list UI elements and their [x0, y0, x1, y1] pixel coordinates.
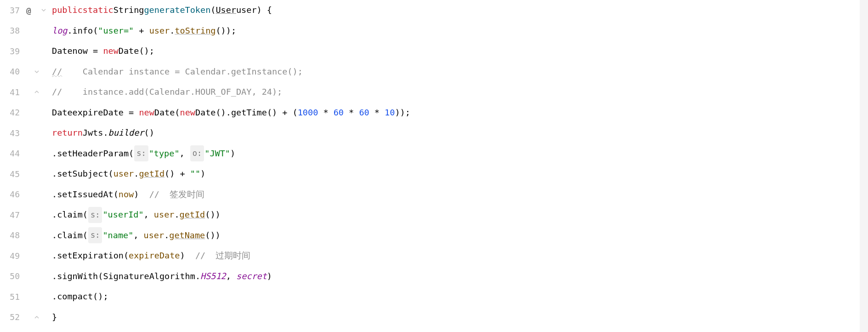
fold-up-icon[interactable]: [34, 89, 40, 95]
method-signwith: signWith: [57, 268, 98, 285]
method-name: generateToken: [144, 2, 210, 18]
line-number: 40: [0, 63, 25, 80]
mid: () +: [165, 166, 190, 182]
code-line-40[interactable]: // Calendar instance = Calendar.getInsta…: [52, 62, 868, 82]
method-getname: getName: [169, 227, 205, 244]
comment-text: 过期时间: [205, 247, 250, 264]
param-hint: o:: [190, 145, 204, 161]
code-line-43[interactable]: return Jwts.builder(): [52, 123, 868, 143]
brace-close: }: [52, 309, 57, 326]
type-date: Date: [154, 104, 175, 121]
code-line-44[interactable]: .setHeaderParam( s: "type", o: "JWT"): [52, 143, 868, 164]
gutter-line: 46: [0, 184, 48, 205]
param-hint: s:: [134, 145, 148, 161]
tail: ()): [205, 227, 220, 244]
keyword-new: new: [103, 43, 118, 59]
code-line-50[interactable]: .signWith(SignatureAlgorithm.HS512, secr…: [52, 266, 868, 287]
string-literal: "name": [102, 227, 133, 244]
code-line-48[interactable]: .claim( s: "name", user.getName()): [52, 225, 868, 246]
method-setsubject: setSubject: [57, 166, 108, 182]
comment-text: instance.add(Calendar.HOUR_OF_DAY, 24);: [62, 84, 282, 100]
gutter-line: 38: [0, 21, 48, 41]
paren: (: [108, 166, 113, 182]
method-info: info: [73, 23, 93, 39]
code-line-51[interactable]: .compact();: [52, 286, 868, 307]
string-literal: "": [190, 166, 200, 182]
line-number: 45: [0, 166, 25, 182]
gutter-line: 49: [0, 246, 48, 266]
comma: ,: [144, 206, 154, 223]
eq: =: [124, 104, 139, 121]
tail: ();: [139, 43, 154, 59]
param-hint: s:: [88, 227, 102, 243]
dot: .: [174, 206, 179, 223]
dot: .: [52, 166, 57, 182]
var-expiredate: expireDate: [73, 104, 124, 121]
paren: (: [83, 227, 88, 244]
param-type: User: [216, 2, 236, 18]
keyword-static: static: [83, 2, 113, 18]
code-line-42[interactable]: Date expireDate = new Date(new Date().ge…: [52, 103, 868, 123]
paren: (: [210, 2, 216, 18]
code-line-52[interactable]: }: [52, 307, 868, 328]
code-line-49[interactable]: .setExpiration(expireDate) // 过期时间: [52, 246, 868, 266]
code-line-38[interactable]: log.info("user=" + user.toString());: [52, 21, 868, 41]
method-builder: builder: [108, 125, 144, 141]
line-number: 42: [0, 104, 25, 120]
dot: .: [103, 125, 108, 141]
paren: ().: [216, 104, 231, 121]
dot: .: [52, 268, 57, 285]
code-editor[interactable]: 37 @ 38 39 40 41 42: [0, 0, 868, 327]
fold-down-icon[interactable]: [40, 7, 47, 13]
type-date: Date: [119, 43, 139, 59]
brace-open: {: [262, 2, 272, 18]
scrollbar-track[interactable]: [860, 0, 868, 327]
line-number: 37: [0, 2, 25, 18]
star: *: [344, 104, 359, 121]
code-line-37[interactable]: public static String generateToken(User …: [52, 0, 868, 21]
tail: ): [230, 145, 235, 162]
field-log: log: [52, 23, 67, 39]
comment-text: 签发时间: [159, 186, 204, 203]
code-area[interactable]: public static String generateToken(User …: [48, 0, 868, 327]
dot: .: [170, 23, 175, 39]
paren: (: [83, 206, 88, 223]
fold-up-icon[interactable]: [34, 314, 40, 321]
keyword-public: public: [52, 2, 83, 18]
plus: +: [134, 23, 149, 39]
paren: (: [113, 186, 119, 203]
gutter-icons: [25, 314, 48, 321]
number: 1000: [298, 104, 318, 121]
code-line-46[interactable]: .setIssuedAt(now) // 签发时间: [52, 184, 868, 205]
dot: .: [134, 166, 139, 182]
line-number: 50: [0, 268, 25, 284]
param-hint: s:: [88, 207, 102, 223]
dot: .: [195, 268, 200, 285]
code-line-47[interactable]: .claim( s: "userId", user.getId()): [52, 205, 868, 225]
fold-down-icon[interactable]: [34, 69, 40, 75]
method-getid: getId: [180, 206, 205, 223]
field-secret: secret: [236, 268, 267, 285]
line-number: 39: [0, 43, 25, 59]
comma: ,: [133, 227, 143, 244]
close: ): [134, 186, 149, 203]
type-date: Date: [52, 104, 73, 121]
type-date: Date: [52, 43, 73, 59]
gutter-line: 42: [0, 103, 48, 123]
star: *: [318, 104, 333, 121]
code-line-39[interactable]: Date now = new Date();: [52, 41, 868, 62]
gutter: 37 @ 38 39 40 41 42: [0, 0, 48, 327]
line-number: 47: [0, 207, 25, 223]
code-line-41[interactable]: // instance.add(Calendar.HOUR_OF_DAY, 24…: [52, 82, 868, 103]
method-gettime: getTime: [231, 104, 267, 121]
comma: ,: [226, 268, 236, 285]
string-literal: "JWT": [204, 145, 230, 162]
method-claim: claim: [57, 206, 83, 223]
annotation-icon[interactable]: @: [26, 2, 31, 18]
close: ): [180, 247, 195, 264]
dot: .: [52, 227, 57, 244]
dot: .: [52, 247, 57, 264]
tail: ()): [205, 206, 220, 223]
gutter-line: 44: [0, 143, 48, 164]
code-line-45[interactable]: .setSubject(user.getId() + ""): [52, 164, 868, 184]
